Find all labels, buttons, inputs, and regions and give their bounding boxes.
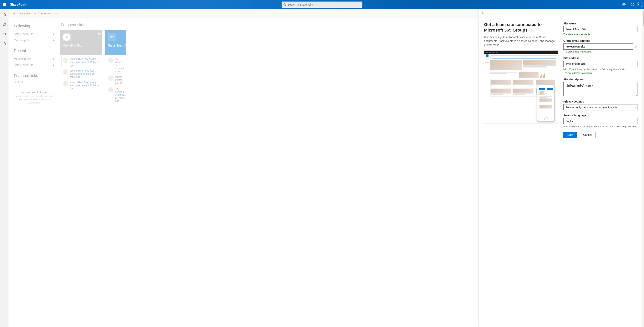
user-avatar[interactable]: CP (637, 2, 642, 7)
svg-rect-0 (3, 3, 4, 4)
trend-icon (108, 75, 114, 81)
panel-title: Get a team site connected to Microsoft 3… (484, 22, 558, 33)
person-icon (108, 57, 114, 63)
svg-line-10 (285, 5, 286, 6)
recent-item[interactable]: Sales Team Site★ (14, 62, 55, 68)
featured-edit-button[interactable]: Edit (14, 81, 55, 84)
site-name-label: Site name (563, 22, 638, 25)
home-icon (2, 13, 6, 16)
star-icon[interactable]: ★ (52, 38, 55, 42)
panel-scrollbar[interactable] (642, 9, 644, 327)
language-hint: Select the default site language for you… (563, 125, 638, 128)
svg-point-25 (65, 82, 66, 83)
create-news-label: Create news post (38, 12, 59, 15)
site-description-label: Site description (563, 78, 638, 81)
search-input[interactable] (288, 3, 361, 6)
app-rail (0, 9, 8, 327)
svg-rect-3 (3, 4, 4, 5)
svg-rect-2 (6, 3, 6, 4)
star-icon[interactable]: ★ (52, 32, 55, 36)
activity-row[interactable]: You modified Keep your family...mple con… (62, 68, 100, 80)
recent-item[interactable]: Marketing Site★ (14, 56, 55, 62)
app-frame: Create site Create news post Following S… (0, 9, 644, 327)
svg-point-24 (65, 71, 66, 72)
create-news-button[interactable]: Create news post (34, 12, 59, 15)
svg-rect-6 (3, 5, 4, 6)
group-email-label: Group email address (563, 39, 638, 42)
plus-icon (13, 12, 16, 15)
svg-rect-8 (6, 5, 6, 6)
privacy-select[interactable]: Private - only members can access this s… (563, 104, 638, 110)
phone-preview (536, 84, 555, 122)
svg-rect-7 (4, 5, 5, 6)
activity-row[interactable]: Power Platfor... popular (107, 74, 124, 86)
edit-alias-button[interactable] (634, 45, 638, 48)
following-item[interactable]: Marketing Site★ (14, 37, 55, 43)
rail-home[interactable] (1, 11, 8, 18)
suite-right: CP (620, 0, 644, 9)
form-buttons: Next Cancel (563, 132, 638, 138)
svg-point-23 (65, 59, 66, 60)
site-address-ok: The site address is available. (563, 72, 638, 74)
file-icon (2, 42, 6, 45)
card-title: Sales Team Site (108, 41, 123, 47)
rail-news[interactable] (1, 30, 8, 37)
card-activity-list: You viewed Te... Contract 5 ho... Power … (105, 55, 126, 105)
next-button[interactable]: Next (563, 132, 577, 138)
search-box[interactable] (282, 1, 362, 8)
group-email-input[interactable] (563, 43, 633, 50)
recent-heading: Recent (14, 49, 55, 53)
person-icon (108, 87, 114, 92)
following-heading: Following (14, 24, 55, 28)
help-icon (631, 3, 634, 6)
left-nav: Following Sales Team Site★ Marketing Sit… (8, 9, 60, 327)
following-item[interactable]: Sales Team Site★ (14, 31, 55, 37)
language-select[interactable]: English (563, 118, 638, 124)
create-site-button[interactable]: Create site (13, 12, 30, 15)
svg-point-12 (631, 3, 634, 6)
card-title: Marketing Site (62, 41, 99, 47)
person-icon (63, 69, 68, 75)
site-preview: Office 365SharePoint (484, 50, 558, 123)
search-container (282, 1, 362, 8)
settings-button[interactable] (620, 0, 628, 9)
search-icon (283, 3, 286, 6)
suite-bar: SharePoint CP (0, 0, 644, 9)
panel-info: Get a team site connected to Microsoft 3… (479, 9, 563, 327)
featured-heading: Featured links (14, 73, 55, 78)
star-icon[interactable]: ★ (97, 31, 100, 36)
rail-globe[interactable] (1, 21, 8, 28)
activity-row[interactable]: You modified Stay healthy and...mple con… (62, 56, 100, 68)
site-name-input[interactable] (563, 26, 638, 32)
svg-point-9 (284, 4, 286, 5)
activity-row[interactable]: You viewed Te... Contract 5 ho... (107, 56, 124, 74)
site-address-input[interactable] (563, 61, 638, 67)
card-header: ★ Marketing Site (60, 30, 102, 55)
pencil-icon (14, 81, 16, 83)
create-site-panel: Get a team site connected to Microsoft 3… (478, 9, 644, 327)
panel-back-button[interactable] (481, 11, 485, 15)
site-description-input[interactable] (563, 82, 638, 96)
star-icon[interactable]: ★ (52, 57, 55, 61)
star-icon[interactable]: ★ (52, 63, 55, 67)
svg-rect-16 (3, 33, 6, 35)
globe-icon (2, 22, 6, 26)
language-label: Select a language (563, 114, 638, 117)
site-address-url: https://9experttraining.sharepoint.com/s… (563, 68, 638, 71)
plus-icon (34, 12, 36, 15)
cancel-button[interactable]: Cancel (579, 132, 596, 138)
help-button[interactable] (628, 0, 636, 9)
arrow-left-icon (481, 11, 485, 15)
svg-rect-5 (6, 4, 6, 5)
page: Create site Create news post Following S… (8, 9, 644, 327)
site-card[interactable]: ST Sales Team Site You viewed Te... Cont… (105, 30, 126, 105)
person-icon (63, 81, 68, 86)
app-launcher-button[interactable] (0, 0, 9, 9)
activity-row[interactable]: You modified Stay healthy and...mple con… (62, 80, 100, 91)
person-icon (63, 57, 68, 63)
site-card[interactable]: ★ Marketing Site You modified Stay healt… (60, 30, 102, 105)
activity-row[interactable]: You modified 7514b637...-c... hours ago (107, 86, 124, 104)
heart-icon (65, 35, 68, 39)
rail-files[interactable] (1, 40, 8, 47)
site-tile (62, 33, 71, 41)
